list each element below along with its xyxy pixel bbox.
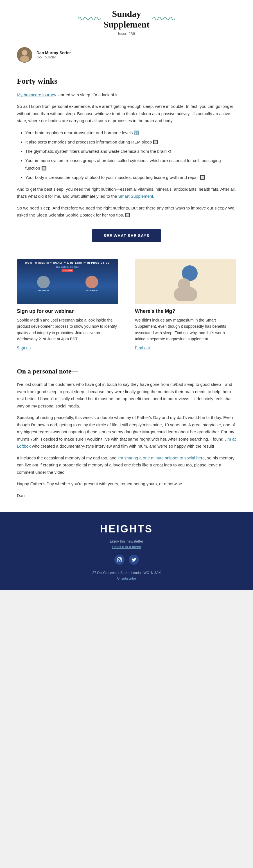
- svg-point-2: [20, 56, 29, 62]
- webinar-image: HOW TO IDENTIFY QUALITY & INTEGRITY IN P…: [17, 259, 118, 304]
- svg-rect-8: [117, 558, 121, 562]
- personal-note-section: On a personal note— I've lost count of t…: [0, 359, 253, 512]
- article-section: Forty winks My braincare journey started…: [0, 68, 253, 259]
- bullet-4: Your immune system releases groups of pr…: [25, 157, 236, 172]
- twitter-icon[interactable]: [129, 555, 139, 565]
- cta-section: SEE WHAT SHE SAYS: [17, 223, 236, 251]
- person1-name: Joel Freeman: [37, 289, 50, 291]
- avatar: [17, 47, 32, 63]
- personal-para1: I've lost count of the customers who hav…: [17, 381, 236, 409]
- webinar-date: 21/6/2023: [61, 269, 73, 272]
- article-intro: My braincare journey started with sleep.…: [17, 91, 236, 99]
- person2-name: Sophie Medlin: [85, 289, 98, 291]
- personal-para4: Happy Father's Day whether you're presen…: [17, 480, 236, 488]
- bullet-1: Your brain regulates neurotransmitter an…: [25, 129, 236, 136]
- sign-up-link[interactable]: Sign up: [17, 345, 31, 350]
- email-friend-link[interactable]: Email it to a friend: [112, 545, 141, 549]
- personal-note-title: On a personal note—: [17, 368, 236, 375]
- footer-tagline: Enjoy this newsletter: [6, 539, 247, 544]
- personal-para3: It includes the occasional memory of my …: [17, 454, 236, 476]
- wave-right-icon: [152, 14, 175, 24]
- wave-left-icon: [78, 14, 101, 24]
- webinar-title-text: HOW TO IDENTIFY QUALITY & INTEGRITY IN P…: [25, 261, 110, 265]
- author-title: Co-Founder: [36, 55, 71, 59]
- unsubscribe-link[interactable]: Unsubscribe: [117, 577, 136, 581]
- svg-point-9: [119, 559, 120, 560]
- mg-col-title: Where's the Mg?: [135, 308, 236, 314]
- personal-para2: Speaking of resting peacefully, this wee…: [17, 414, 236, 450]
- author-name: Dan Murray-Serter: [36, 51, 71, 55]
- smart-supplement-link[interactable]: Smart Supplement: [118, 194, 153, 198]
- footer-logo: HEIGHTS: [6, 523, 247, 535]
- footer-address: 27 Old Gloucester Street, London WC1N 3A…: [6, 570, 247, 581]
- jim-loftbox-link[interactable]: Jim at Loftbox: [17, 437, 236, 449]
- webinar-column: HOW TO IDENTIFY QUALITY & INTEGRITY IN P…: [17, 259, 126, 351]
- article-title: Forty winks: [17, 77, 236, 86]
- sign-off: Dan: [17, 492, 236, 499]
- instagram-icon[interactable]: [114, 555, 124, 565]
- mg-image: [135, 259, 236, 304]
- author-section: Dan Murray-Serter Co-Founder: [0, 41, 253, 68]
- issue-number: Issue 236: [6, 31, 247, 36]
- social-snippet-link[interactable]: I'm sharing a one minute snippet to soci…: [118, 456, 205, 460]
- article-para3: So we need sleep. And therefore we need …: [17, 205, 236, 219]
- footer-social-icons: [6, 555, 247, 565]
- webinar-subtitle-text: Live Webinar and Q&A: [56, 266, 79, 268]
- bullet-3: The glymphatic system filters unwanted a…: [25, 148, 236, 155]
- article-para2: And to get the best sleep, you need the …: [17, 186, 236, 200]
- svg-point-10: [120, 558, 121, 559]
- bullet-5: Your body increases the supply of blood …: [25, 174, 236, 181]
- see-what-she-says-button[interactable]: SEE WHAT SHE SAYS: [92, 229, 161, 242]
- bullet-2: It also sorts memories and processes inf…: [25, 138, 236, 146]
- braincare-journey-link[interactable]: My braincare journey: [17, 92, 56, 97]
- header-wave-decoration: Sunday Supplement: [6, 8, 247, 30]
- webinar-col-body: Sophie Medlin and Joel Freeman take a lo…: [17, 317, 118, 342]
- mg-col-body: We didn't include any magnesium in the S…: [135, 317, 236, 342]
- sleep-benefits-list: Your brain regulates neurotransmitter an…: [23, 129, 236, 181]
- find-out-link[interactable]: Find out: [135, 345, 150, 350]
- article-para1: So as I know from personal experience, i…: [17, 103, 236, 124]
- webinar-col-title: Sign up for our webinar: [17, 308, 118, 314]
- svg-point-7: [178, 278, 190, 291]
- footer-section: HEIGHTS Enjoy this newsletter Email it t…: [0, 512, 253, 589]
- svg-point-3: [22, 50, 27, 55]
- mg-column: Where's the Mg? We didn't include any ma…: [126, 259, 236, 351]
- two-col-section: HOW TO IDENTIFY QUALITY & INTEGRITY IN P…: [0, 259, 253, 359]
- newsletter-title: Sunday Supplement: [104, 8, 149, 30]
